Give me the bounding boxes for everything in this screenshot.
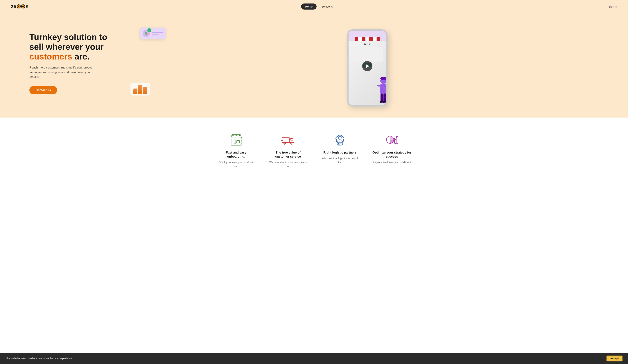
svg-point-34 (394, 141, 395, 142)
logistic-partners-title: Right logistic partners (323, 150, 356, 155)
bag-lines (152, 32, 163, 35)
checkmark-icon: ✓ (147, 28, 152, 32)
customer-service-title: The true value of customer service (269, 150, 308, 159)
stripe7 (377, 37, 380, 41)
svg-rect-4 (386, 85, 388, 86)
truck-icon-svg (281, 133, 295, 146)
nav-solutions-button[interactable]: Solutions (318, 3, 336, 9)
signin-button[interactable]: Sign in (609, 5, 617, 8)
strategy-icon (385, 132, 399, 147)
bag-line1 (152, 32, 163, 33)
feature-card-onboarding: Fast and easy onboarding. Quickly connec… (213, 129, 259, 170)
svg-point-21 (284, 143, 285, 144)
svg-rect-3 (377, 85, 381, 86)
phone-awning (349, 31, 386, 41)
stripe4 (366, 37, 369, 41)
logo-text-before: ze (11, 3, 16, 9)
svg-rect-9 (380, 102, 381, 103)
customer-service-icon (281, 132, 296, 147)
features-section: Fast and easy onboarding. Quickly connec… (0, 118, 628, 177)
bag-notification: 🛍️ ✓ (140, 28, 166, 39)
bag-line2 (152, 34, 159, 35)
logo-text-after: s (26, 3, 28, 9)
phone-content-block (351, 47, 383, 62)
svg-point-1 (380, 76, 386, 80)
onboarding-icon (229, 132, 243, 147)
svg-point-14 (233, 135, 234, 136)
stripe5 (369, 37, 373, 41)
hero-content: Turnkey solution to sell wherever your c… (29, 32, 125, 94)
svg-point-15 (236, 135, 237, 136)
logo-eye-left (17, 4, 21, 8)
svg-point-16 (239, 135, 240, 136)
features-grid: Fast and easy onboarding. Quickly connec… (213, 129, 415, 170)
svg-point-36 (396, 137, 397, 138)
navbar: ze s Home Solutions Sign in (0, 0, 628, 13)
phone-logo: ze👀s (351, 43, 383, 45)
stripe1 (355, 37, 358, 41)
stripe3 (362, 37, 365, 41)
logo-eye-right (21, 4, 25, 8)
svg-rect-10 (383, 102, 384, 103)
nav-home-button[interactable]: Home (301, 3, 316, 9)
onboarding-title: Fast and easy onboarding. (217, 150, 256, 159)
bar-2 (138, 85, 142, 94)
logo-eyes (16, 4, 25, 8)
hero-title-highlight: customers (29, 52, 72, 61)
svg-rect-23 (291, 139, 293, 140)
logo: ze s (11, 3, 28, 9)
onboarding-desc: Quickly connect your products and (217, 160, 256, 168)
feature-card-customer-service: The true value of customer service We ca… (265, 129, 312, 170)
person-svg (373, 76, 388, 104)
bar-1 (133, 88, 137, 94)
logistic-partners-desc: We know that logistics is one of the (320, 156, 360, 164)
svg-rect-17 (235, 143, 236, 144)
svg-rect-13 (237, 141, 239, 143)
logistic-partners-icon (332, 132, 347, 147)
hero-title-line1: Turnkey solution to (29, 32, 107, 42)
svg-rect-12 (233, 140, 236, 143)
bag-icon-wrapper: 🛍️ ✓ (143, 30, 150, 37)
bar-3 (143, 87, 147, 94)
stripe6 (373, 37, 376, 41)
strategy-desc: A specialized team and intelligent (373, 160, 411, 164)
svg-point-35 (395, 139, 396, 140)
headset-icon-svg (333, 133, 347, 146)
chart-icon-svg (385, 133, 399, 146)
store-icon-svg (229, 133, 243, 146)
play-icon (366, 64, 369, 68)
person-figure (373, 76, 388, 105)
awning-stripes (355, 37, 380, 41)
stripe2 (358, 37, 362, 41)
hero-illustration: 🛍️ ✓ (125, 20, 610, 107)
hero-subtitle: Reach more customers and simplify your p… (29, 65, 99, 79)
svg-rect-18 (282, 137, 289, 143)
hero-title-line3: are. (72, 52, 90, 61)
play-button[interactable] (362, 61, 372, 71)
hero-title-line2: sell wherever your (29, 42, 104, 52)
svg-rect-2 (380, 84, 386, 94)
nav-center: Home Solutions (301, 3, 336, 9)
customer-service-desc: We care about customers' needs and (269, 160, 308, 168)
svg-point-27 (338, 137, 341, 139)
svg-point-22 (291, 143, 292, 144)
hero-section: Turnkey solution to sell wherever your c… (0, 13, 628, 118)
contact-us-button[interactable]: Contact us (29, 86, 57, 94)
phone-wrapper: ze👀s BUY (347, 26, 388, 107)
hero-title: Turnkey solution to sell wherever your c… (29, 32, 125, 62)
feature-card-logistic-partners: Right logistic partners We know that log… (317, 129, 363, 170)
strategy-title: Optimize your strategy for success (372, 150, 411, 159)
bar-chart (130, 83, 150, 95)
feature-card-strategy: Optimize your strategy for success A spe… (369, 129, 415, 170)
